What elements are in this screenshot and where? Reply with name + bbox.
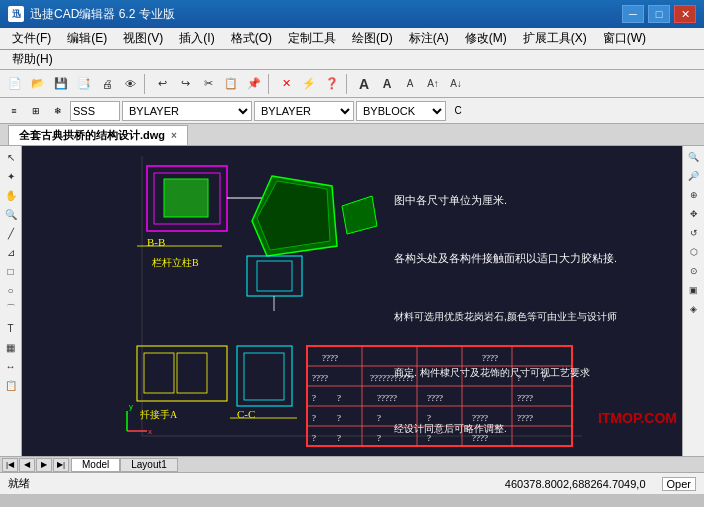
layer-toolbar: ≡ ⊞ ❄ BYLAYER BYLAYER BYBLOCK C xyxy=(0,98,704,124)
tab-title: 全套古典拱桥的结构设计.dwg xyxy=(19,128,165,143)
svg-text:?: ? xyxy=(337,413,341,423)
operation-mode[interactable]: Oper xyxy=(662,477,696,491)
svg-text:????: ???? xyxy=(322,353,338,363)
svg-text:?: ? xyxy=(337,393,341,403)
tb-undo[interactable]: ↩ xyxy=(151,73,173,95)
tb-text-medium[interactable]: A xyxy=(376,73,398,95)
tb2-extra[interactable]: C xyxy=(448,101,468,121)
svg-text:x: x xyxy=(148,427,152,436)
tb2-freeze[interactable]: ❄ xyxy=(48,101,68,121)
menu-draw[interactable]: 绘图(D) xyxy=(344,28,401,49)
tab-close-button[interactable]: × xyxy=(171,130,177,141)
menu-format[interactable]: 格式(O) xyxy=(223,28,280,49)
rt-extra1[interactable]: ▣ xyxy=(685,281,703,299)
menu-insert[interactable]: 插入(I) xyxy=(171,28,222,49)
toolbar-separator-3 xyxy=(346,74,350,94)
rt-zoomout[interactable]: 🔎 xyxy=(685,167,703,185)
svg-text:栏杆立柱B: 栏杆立柱B xyxy=(151,257,199,268)
rt-pan[interactable]: ✥ xyxy=(685,205,703,223)
lt-rect[interactable]: □ xyxy=(2,262,20,280)
model-tab[interactable]: Model xyxy=(71,458,120,472)
rt-rotate[interactable]: ↺ xyxy=(685,224,703,242)
app-title: 迅捷CAD编辑器 6.2 专业版 xyxy=(30,6,622,23)
svg-text:?: ? xyxy=(312,393,316,403)
tb-copy[interactable]: 📋 xyxy=(220,73,242,95)
menu-annotate[interactable]: 标注(A) xyxy=(401,28,457,49)
rt-3d[interactable]: ⬡ xyxy=(685,243,703,261)
tb-print[interactable]: 🖨 xyxy=(96,73,118,95)
lt-layer[interactable]: 📋 xyxy=(2,376,20,394)
linetype-select[interactable]: BYLAYER xyxy=(254,101,354,121)
lt-pick[interactable]: ✦ xyxy=(2,167,20,185)
lt-select[interactable]: ↖ xyxy=(2,148,20,166)
menu-edit[interactable]: 编辑(E) xyxy=(59,28,115,49)
lt-text[interactable]: T xyxy=(2,319,20,337)
toolbar-separator-2 xyxy=(268,74,272,94)
lt-circle[interactable]: ○ xyxy=(2,281,20,299)
scroll-last[interactable]: ▶| xyxy=(53,458,69,472)
tb-open[interactable]: 📂 xyxy=(27,73,49,95)
tb-new[interactable]: 📄 xyxy=(4,73,26,95)
coordinates: 460378.8002,688264.7049,0 xyxy=(505,478,646,490)
menu-view[interactable]: 视图(V) xyxy=(115,28,171,49)
left-toolbar: ↖ ✦ ✋ 🔍 ╱ ⊿ □ ○ ⌒ T ▦ ↔ 📋 xyxy=(0,146,22,456)
lt-dim[interactable]: ↔ xyxy=(2,357,20,375)
scroll-first[interactable]: |◀ xyxy=(2,458,18,472)
help-bar: 帮助(H) xyxy=(0,50,704,70)
tb-text-large[interactable]: A xyxy=(353,73,375,95)
lt-zoom[interactable]: 🔍 xyxy=(2,205,20,223)
tab-bar: 全套古典拱桥的结构设计.dwg × xyxy=(0,124,704,146)
layer-select[interactable]: BYLAYER xyxy=(122,101,252,121)
tb-save[interactable]: 💾 xyxy=(50,73,72,95)
menu-window[interactable]: 窗口(W) xyxy=(595,28,654,49)
maximize-button[interactable]: □ xyxy=(648,5,670,23)
svg-text:?: ? xyxy=(337,433,341,443)
app-icon: 迅 xyxy=(8,6,24,22)
minimize-button[interactable]: ─ xyxy=(622,5,644,23)
main-area: ↖ ✦ ✋ 🔍 ╱ ⊿ □ ○ ⌒ T ▦ ↔ 📋 xyxy=(0,146,704,456)
watermark: ITMOP.COM xyxy=(598,410,677,426)
rt-zoomin[interactable]: 🔍 xyxy=(685,148,703,166)
svg-text:扦接手A: 扦接手A xyxy=(139,409,178,420)
lt-pline[interactable]: ⊿ xyxy=(2,243,20,261)
tb-redo[interactable]: ↪ xyxy=(174,73,196,95)
scroll-next[interactable]: ▶ xyxy=(36,458,52,472)
rt-orbit[interactable]: ⊙ xyxy=(685,262,703,280)
menu-help[interactable]: 帮助(H) xyxy=(4,49,61,70)
svg-text:y: y xyxy=(129,402,133,411)
drawing-tab[interactable]: 全套古典拱桥的结构设计.dwg × xyxy=(8,125,188,145)
close-button[interactable]: ✕ xyxy=(674,5,696,23)
tb2-layers[interactable]: ≡ xyxy=(4,101,24,121)
tb-paste[interactable]: 📌 xyxy=(243,73,265,95)
tb2-props[interactable]: ⊞ xyxy=(26,101,46,121)
tb-text-up[interactable]: A↑ xyxy=(422,73,444,95)
menu-tools[interactable]: 定制工具 xyxy=(280,28,344,49)
window-controls: ─ □ ✕ xyxy=(622,5,696,23)
layer-name-input[interactable] xyxy=(70,101,120,121)
svg-text:?: ? xyxy=(312,413,316,423)
tb-saveas[interactable]: 📑 xyxy=(73,73,95,95)
tb-text-down[interactable]: A↓ xyxy=(445,73,467,95)
menu-modify[interactable]: 修改(M) xyxy=(457,28,515,49)
tb-delete[interactable]: ✕ xyxy=(275,73,297,95)
lineweight-select[interactable]: BYBLOCK xyxy=(356,101,446,121)
scroll-tab-bar: |◀ ◀ ▶ ▶| Model Layout1 xyxy=(0,456,704,472)
canvas-area[interactable]: B-B 栏杆立柱B 扦接手A xyxy=(22,146,682,456)
tb-cut[interactable]: ✂ xyxy=(197,73,219,95)
layout1-tab[interactable]: Layout1 xyxy=(120,458,178,472)
tb-preview[interactable]: 👁 xyxy=(119,73,141,95)
tb-help[interactable]: ❓ xyxy=(321,73,343,95)
lt-pan[interactable]: ✋ xyxy=(2,186,20,204)
menu-file[interactable]: 文件(F) xyxy=(4,28,59,49)
rt-zoomall[interactable]: ⊕ xyxy=(685,186,703,204)
rt-extra2[interactable]: ◈ xyxy=(685,300,703,318)
tb-regen[interactable]: ⚡ xyxy=(298,73,320,95)
svg-text:?: ? xyxy=(312,433,316,443)
menu-extend[interactable]: 扩展工具(X) xyxy=(515,28,595,49)
lt-hatch[interactable]: ▦ xyxy=(2,338,20,356)
lt-arc[interactable]: ⌒ xyxy=(2,300,20,318)
tb-text-small[interactable]: A xyxy=(399,73,421,95)
lt-line[interactable]: ╱ xyxy=(2,224,20,242)
scroll-prev[interactable]: ◀ xyxy=(19,458,35,472)
scroll-nav: |◀ ◀ ▶ ▶| xyxy=(0,458,71,472)
